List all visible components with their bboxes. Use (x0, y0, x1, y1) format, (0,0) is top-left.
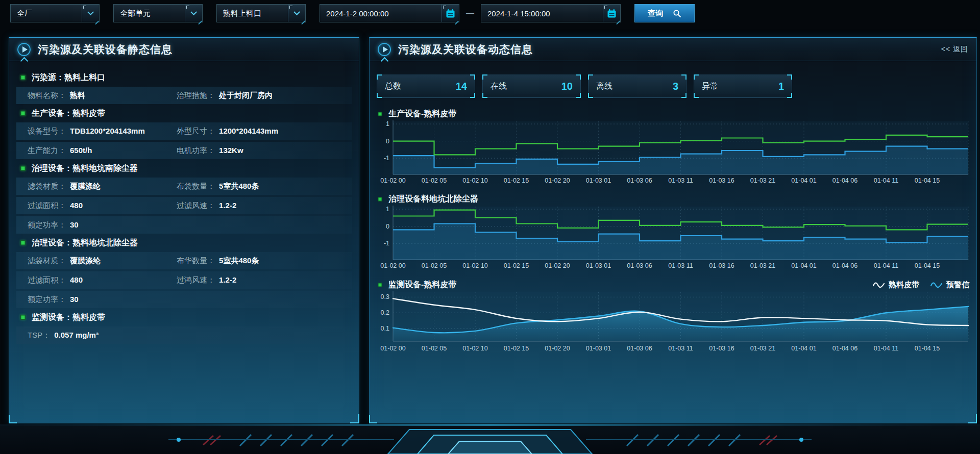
field-label: 布袋数量： (177, 182, 215, 191)
stat-card: 总数14 (377, 74, 475, 98)
dynamic-info-header: 污染源及关联设备动态信息 << 返回 (370, 38, 976, 61)
corner-bracket (694, 93, 699, 98)
select-dropdown-cell[interactable] (288, 5, 305, 22)
svg-text:01-04 15: 01-04 15 (915, 345, 940, 352)
corner-bracket (694, 74, 699, 80)
info-data-row: 滤袋材质：覆膜涤纶布袋数量：5室共480条 (16, 178, 352, 195)
svg-text:01-03 21: 01-03 21 (750, 262, 775, 269)
svg-text:01-04 11: 01-04 11 (874, 177, 898, 184)
green-square-icon (20, 315, 26, 320)
calendar-cell[interactable] (442, 5, 459, 22)
corner-bracket (482, 74, 487, 80)
svg-text:01-02 05: 01-02 05 (422, 262, 447, 269)
chart-canvas: -10101-02 0001-02 0501-02 1001-02 1501-0… (377, 119, 970, 186)
select-plant-value: 全厂 (11, 9, 82, 18)
green-square-icon (20, 166, 26, 171)
dashboard-page: { "toolbar": { "filters": [ { "value": "… (0, 0, 980, 454)
select-dropdown-cell[interactable] (185, 5, 202, 22)
calendar-cell[interactable] (603, 5, 620, 22)
chevron-down-icon (293, 9, 300, 15)
info-data-row: 设备型号：TDB1200*204143mm外型尺寸：1200*204143mm (16, 122, 352, 140)
svg-text:01-03 11: 01-03 11 (668, 345, 693, 352)
corner-bracket (482, 93, 487, 98)
field-label: 外型尺寸： (177, 127, 215, 136)
query-button[interactable]: 查询 (634, 4, 695, 22)
svg-text:01-04 01: 01-04 01 (791, 177, 816, 184)
field-label: 电机功率： (177, 146, 215, 156)
stat-value: 3 (673, 81, 678, 92)
info-field: 额定功率：30 (28, 220, 177, 230)
date-to-field[interactable]: 2024-1-4 15:00:00 (481, 4, 621, 22)
svg-text:01-02 20: 01-02 20 (545, 177, 570, 184)
corner-bracket (588, 93, 593, 98)
info-field: 额定功率：30 (28, 295, 177, 305)
svg-text:0: 0 (386, 138, 389, 145)
legend-item: 预警信 (930, 280, 969, 290)
corner-bracket (470, 74, 475, 80)
static-info-header: 污染源及关联设备静态信息 (9, 38, 359, 61)
section-title: 生产设备：熟料皮带 (32, 108, 105, 119)
top-toolbar: 全厂 全部单元 熟料上料口 2024-1-2 00:00:00 — 2024-1… (10, 4, 695, 22)
info-field: 过鸿风速：1.2-2 (177, 275, 236, 285)
date-to-value: 2024-1-4 15:00:00 (481, 9, 603, 18)
field-label: 滤袋材质： (28, 182, 66, 191)
info-field: 布袋数量：5室共480条 (177, 182, 259, 191)
svg-text:01-02 20: 01-02 20 (545, 262, 570, 269)
field-label: 过滤面积： (28, 275, 66, 285)
play-icon (378, 43, 391, 56)
corner-bracket (787, 93, 792, 98)
select-pollution-source-value: 熟料上料口 (217, 9, 288, 18)
field-label: 物料名称： (28, 91, 66, 100)
field-value: TDB1200*204143mm (70, 127, 145, 135)
info-section-row: 生产设备：熟料皮带 (20, 106, 352, 120)
select-plant[interactable]: 全厂 (10, 4, 100, 22)
stat-label: 异常 (702, 81, 718, 92)
info-section-row: 监测设备：熟料皮带 (20, 310, 352, 324)
field-label: 设备型号： (28, 127, 66, 136)
select-dropdown-cell[interactable] (82, 5, 99, 22)
stat-value: 14 (456, 81, 467, 92)
svg-text:01-03 01: 01-03 01 (586, 177, 611, 184)
select-pollution-source[interactable]: 熟料上料口 (216, 4, 306, 22)
search-icon (673, 9, 681, 18)
legend-label: 熟料皮带 (889, 280, 919, 290)
info-data-row: TSP：0.057 mg/m³ (16, 326, 352, 344)
corner-bracket (681, 74, 687, 80)
svg-text:01-03 21: 01-03 21 (750, 345, 775, 352)
dynamic-info-body: 总数14在线10离线3异常1 生产设备-熟料皮带-10101-02 0001-0… (370, 74, 976, 355)
svg-text:01-02 10: 01-02 10 (462, 177, 487, 184)
svg-text:01-04 15: 01-04 15 (915, 262, 940, 269)
date-from-field[interactable]: 2024-1-2 00:00:00 (320, 4, 459, 22)
chart-title: 监测设备-熟料皮带 (388, 280, 456, 290)
svg-text:01-02 15: 01-02 15 (504, 177, 529, 184)
chevron-down-icon (190, 9, 197, 15)
date-from-value: 2024-1-2 00:00:00 (320, 9, 442, 18)
field-value: 覆膜涤纶 (70, 182, 101, 191)
dynamic-info-title: 污染源及关联设备动态信息 (398, 42, 533, 57)
field-value: 480 (70, 275, 83, 284)
chart-title: 治理设备料地坑北除尘器 (388, 194, 478, 205)
stat-card: 异常1 (694, 74, 792, 98)
svg-text:01-03 06: 01-03 06 (627, 345, 652, 352)
info-field: 设备型号：TDB1200*204143mm (28, 127, 177, 136)
select-unit-value: 全部单元 (114, 9, 185, 18)
chart-canvas: 0.10.20.301-02 0001-02 0501-02 1001-02 1… (377, 290, 970, 355)
field-label: TSP： (28, 331, 50, 340)
info-field: 过滤面积：480 (28, 201, 177, 211)
field-value: 处于封闭厂房内 (219, 91, 273, 100)
info-data-row: 滤袋材质：覆膜涤纶布华数量：5室共480条 (16, 252, 352, 269)
select-unit[interactable]: 全部单元 (113, 4, 203, 22)
chevron-down-icon (87, 9, 94, 15)
green-square-icon (20, 75, 26, 80)
field-value: 5室共480条 (219, 256, 259, 266)
field-value: 0.057 mg/m³ (54, 331, 99, 339)
svg-text:0: 0 (386, 223, 389, 230)
header-notch-decoration (381, 57, 389, 65)
panel-corner-accent (369, 415, 377, 423)
corner-bracket (377, 74, 382, 80)
footer-tech-graphic (0, 424, 980, 454)
back-button[interactable]: << 返回 (941, 45, 968, 54)
svg-text:01-03 16: 01-03 16 (709, 177, 734, 184)
svg-text:01-02 05: 01-02 05 (422, 345, 447, 352)
stat-label: 离线 (596, 81, 612, 92)
